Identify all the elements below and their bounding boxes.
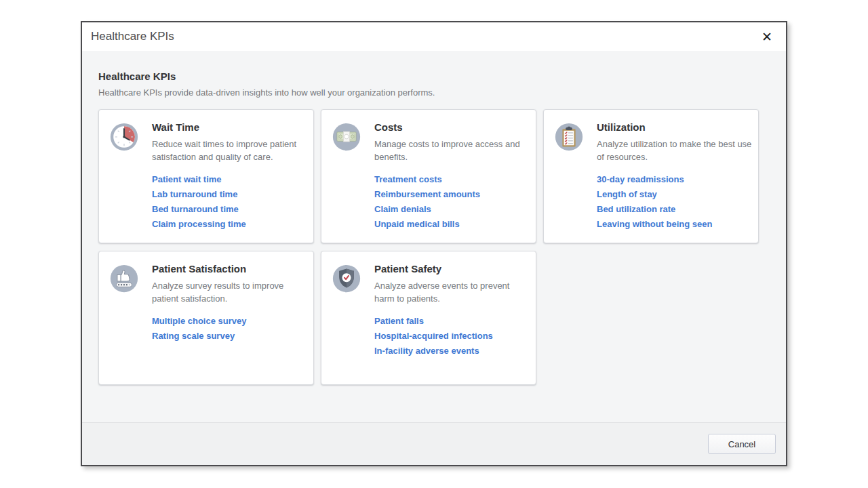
card-title: Patient Satisfaction <box>152 263 308 274</box>
kpi-link-length-of-stay[interactable]: Length of stay <box>597 190 753 199</box>
page-title: Healthcare KPIs <box>98 70 770 82</box>
kpi-link-leaving-without-being-seen[interactable]: Leaving without being seen <box>597 220 753 228</box>
kpi-link-patient-falls[interactable]: Patient falls <box>374 317 530 325</box>
kpi-link-bed-utilization-rate[interactable]: Bed utilization rate <box>597 205 753 214</box>
kpi-link-treatment-costs[interactable]: Treatment costs <box>374 175 530 184</box>
kpi-card-patient-satisfaction: Patient Satisfaction Analyze survey resu… <box>98 251 314 385</box>
card-content: Wait Time Reduce wait times to improve p… <box>152 121 308 235</box>
dialog-titlebar: Healthcare KPIs ✕ <box>82 22 786 51</box>
dialog-title: Healthcare KPIs <box>91 30 174 43</box>
kpi-link-claim-processing-time[interactable]: Claim processing time <box>152 220 308 228</box>
kpi-link-patient-wait-time[interactable]: Patient wait time <box>152 175 308 184</box>
card-title: Wait Time <box>152 121 308 133</box>
kpi-card-utilization: Utilization Analyze utilization to make … <box>543 109 759 243</box>
kpi-link-lab-turnaround-time[interactable]: Lab turnaround time <box>152 190 308 199</box>
kpi-link-reimbursement-amounts[interactable]: Reimbursement amounts <box>374 190 530 199</box>
card-description: Analyze survey results to improve patien… <box>152 279 308 305</box>
dialog-footer: Cancel <box>82 422 786 465</box>
card-description: Manage costs to improve access and benef… <box>374 138 530 163</box>
kpi-card-grid: Wait Time Reduce wait times to improve p… <box>98 109 770 385</box>
kpi-link-bed-turnaround-time[interactable]: Bed turnaround time <box>152 205 308 214</box>
kpi-link-in-facility-adverse-events[interactable]: In-facility adverse events <box>374 346 530 355</box>
kpi-card-patient-safety: Patient Safety Analyze adverse events to… <box>321 251 536 385</box>
card-content: Patient Satisfaction Analyze survey resu… <box>152 263 308 346</box>
kpi-link-30-day-readmissions[interactable]: 30-day readmissions <box>597 175 753 184</box>
close-icon[interactable]: ✕ <box>759 29 775 45</box>
kpi-card-costs: Costs Manage costs to improve access and… <box>321 109 536 243</box>
kpi-link-hospital-acquired-infections[interactable]: Hospital-acquired infections <box>374 331 530 340</box>
card-title: Costs <box>374 121 530 133</box>
card-description: Reduce wait times to improve patient sat… <box>152 138 308 163</box>
kpi-link-claim-denials[interactable]: Claim denials <box>374 205 530 214</box>
card-description: Analyze utilization to make the best use… <box>597 138 753 163</box>
thumbs-up-rating-icon <box>110 264 138 293</box>
clock-icon <box>110 123 138 151</box>
kpi-card-wait-time: Wait Time Reduce wait times to improve p… <box>98 109 314 243</box>
card-title: Utilization <box>597 121 753 133</box>
money-icon <box>332 123 361 151</box>
card-content: Costs Manage costs to improve access and… <box>374 121 530 235</box>
card-title: Patient Safety <box>374 263 530 274</box>
card-content: Patient Safety Analyze adverse events to… <box>374 263 530 361</box>
cancel-button[interactable]: Cancel <box>708 434 776 454</box>
card-description: Analyze adverse events to prevent harm t… <box>374 279 530 305</box>
page-subtitle: Healthcare KPIs provide data-driven insi… <box>98 87 770 98</box>
healthcare-kpis-dialog: Healthcare KPIs ✕ Healthcare KPIs Health… <box>81 21 787 466</box>
kpi-link-rating-scale-survey[interactable]: Rating scale survey <box>152 331 308 340</box>
shield-check-icon <box>332 264 361 293</box>
dialog-body: Healthcare KPIs Healthcare KPIs provide … <box>82 51 786 422</box>
kpi-link-unpaid-medical-bills[interactable]: Unpaid medical bills <box>374 220 530 228</box>
kpi-link-multiple-choice-survey[interactable]: Multiple choice survey <box>152 317 308 325</box>
clipboard-checklist-icon <box>555 123 583 151</box>
card-content: Utilization Analyze utilization to make … <box>597 121 753 235</box>
